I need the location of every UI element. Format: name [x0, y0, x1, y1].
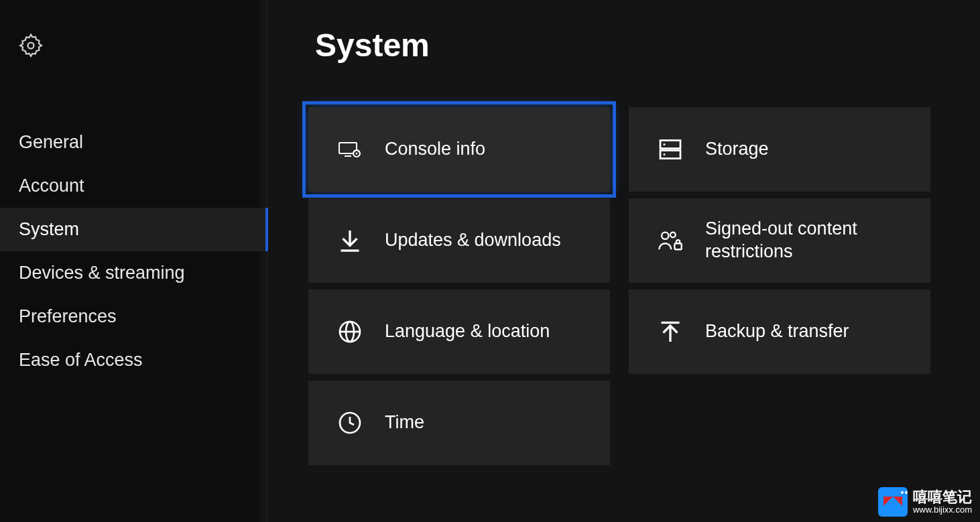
tiles-column-right: Storage Signed-out content restrictions [629, 107, 930, 465]
sidebar-item-system[interactable]: System [0, 208, 268, 251]
sidebar-item-label: General [19, 132, 83, 152]
page-title: System [315, 27, 430, 64]
watermark-text: 嘻嘻笔记 www.bijixx.com [913, 489, 972, 515]
settings-gear-icon [19, 34, 43, 58]
tile-time[interactable]: Time [308, 381, 610, 465]
sidebar-item-label: System [19, 219, 79, 239]
sidebar-item-label: Account [19, 176, 84, 196]
sidebar-item-label: Devices & streaming [19, 263, 185, 283]
sidebar-nav: General Account System Devices & streami… [0, 121, 268, 382]
sidebar-item-devices-streaming[interactable]: Devices & streaming [0, 251, 268, 295]
clock-icon [338, 411, 362, 435]
svg-point-0 [28, 43, 34, 49]
sidebar-item-label: Ease of Access [19, 350, 143, 370]
sidebar-item-general[interactable]: General [0, 121, 268, 164]
tile-label: Console info [385, 138, 485, 161]
tile-label: Storage [705, 138, 769, 161]
sidebar: General Account System Devices & streami… [0, 0, 268, 522]
svg-point-16 [670, 232, 676, 237]
svg-rect-17 [674, 243, 681, 249]
tile-updates-downloads[interactable]: Updates & downloads [308, 198, 610, 283]
tile-storage[interactable]: Storage [629, 107, 930, 192]
tile-label: Updates & downloads [385, 229, 561, 252]
watermark: 嘻嘻笔记 www.bijixx.com [878, 487, 972, 517]
sidebar-item-account[interactable]: Account [0, 164, 268, 208]
people-lock-icon [658, 229, 682, 253]
svg-point-13 [664, 143, 666, 145]
svg-point-4 [356, 153, 358, 155]
upload-icon [658, 320, 682, 344]
sidebar-item-ease-of-access[interactable]: Ease of Access [0, 338, 268, 382]
sidebar-item-label: Preferences [19, 306, 117, 326]
watermark-logo-icon [878, 487, 908, 517]
tile-label: Backup & transfer [705, 320, 849, 343]
main-content: System Console info [268, 0, 980, 522]
tile-backup-transfer[interactable]: Backup & transfer [629, 289, 930, 374]
console-info-icon [338, 137, 362, 161]
tiles-grid: Console info Updates & downloads [308, 107, 930, 465]
tile-label: Time [385, 411, 424, 434]
sidebar-item-preferences[interactable]: Preferences [0, 295, 268, 338]
tile-signed-out-content-restrictions[interactable]: Signed-out content restrictions [629, 198, 930, 283]
tile-label: Language & location [385, 320, 550, 343]
storage-icon [658, 137, 682, 161]
svg-point-15 [662, 232, 668, 239]
tile-language-location[interactable]: Language & location [308, 289, 610, 374]
tile-label: Signed-out content restrictions [705, 218, 930, 263]
watermark-cn: 嘻嘻笔记 [913, 489, 972, 505]
watermark-url: www.bijixx.com [913, 505, 972, 515]
tile-console-info[interactable]: Console info [308, 107, 610, 192]
download-icon [338, 229, 362, 253]
globe-icon [338, 320, 362, 344]
tiles-column-left: Console info Updates & downloads [308, 107, 610, 465]
svg-point-14 [664, 153, 666, 155]
